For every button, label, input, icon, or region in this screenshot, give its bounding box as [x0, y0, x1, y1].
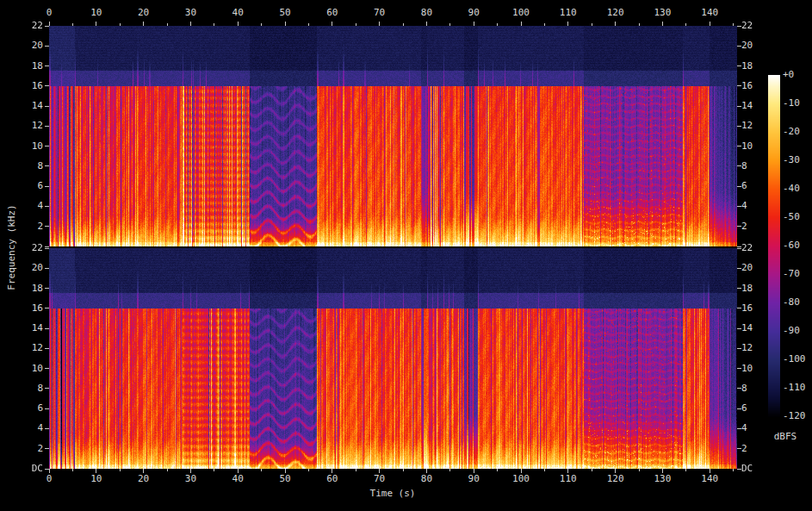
freq-tick-label: 20: [0, 263, 43, 273]
freq-tick-label: 2: [0, 221, 43, 232]
time-minor-tick: [356, 469, 356, 471]
freq-tick-label: 12: [0, 121, 43, 131]
freq-tick-label: 22: [0, 243, 43, 253]
freq-tick: [45, 186, 49, 187]
freq-tick-label: 12: [741, 343, 753, 353]
spectrogram-channel-2: [49, 248, 737, 469]
time-tick-label: 60: [326, 474, 338, 484]
time-tick-label: 0: [46, 8, 53, 18]
freq-tick-label: 4: [741, 423, 747, 433]
time-minor-tick: [356, 23, 356, 26]
time-minor-tick: [685, 23, 686, 26]
freq-tick-label: 18: [741, 284, 753, 294]
time-minor-tick: [639, 469, 640, 471]
time-minor-tick: [497, 23, 498, 26]
time-major-tick: [143, 22, 144, 26]
time-minor-tick: [261, 23, 262, 26]
freq-tick-label: 6: [0, 181, 43, 191]
time-minor-tick: [497, 469, 498, 471]
time-minor-tick: [449, 23, 450, 26]
time-major-tick: [332, 22, 332, 26]
time-tick-label: 70: [374, 474, 385, 484]
time-major-tick: [521, 22, 522, 26]
time-tick-label: 60: [326, 8, 338, 18]
freq-tick-label: 14: [741, 323, 753, 333]
freq-tick-label: 12: [0, 343, 43, 353]
db-tick-label: -80: [783, 297, 800, 308]
time-minor-tick: [685, 469, 686, 471]
time-major-tick: [615, 22, 616, 26]
time-tick-label: 80: [421, 474, 432, 484]
freq-tick-label: 20: [741, 41, 753, 51]
freq-tick-label: 8: [0, 383, 43, 394]
freq-tick: [45, 226, 49, 227]
freq-tick-label: 20: [0, 41, 43, 51]
time-minor-tick: [733, 469, 734, 471]
time-minor-tick: [544, 469, 545, 471]
db-tick-label: -70: [783, 269, 800, 279]
time-tick-label: 70: [374, 8, 385, 18]
freq-tick-label: 16: [0, 81, 43, 91]
time-major-tick: [426, 22, 427, 26]
freq-tick: [45, 165, 49, 166]
db-tick-label: -90: [783, 326, 800, 336]
freq-tick: [45, 388, 49, 389]
time-major-tick: [710, 22, 710, 26]
db-tick-label: -120: [783, 411, 806, 421]
freq-tick-label: 8: [741, 383, 747, 394]
time-major-tick: [474, 22, 474, 26]
freq-tick-label: 10: [0, 141, 43, 152]
freq-dc-label: DC: [741, 464, 753, 474]
time-axis-title: Time (s): [370, 489, 416, 499]
freq-tick-label: 10: [741, 141, 753, 152]
db-tick-label: -30: [783, 155, 800, 165]
freq-tick-label: 4: [0, 201, 43, 211]
time-tick-label: 100: [512, 474, 530, 484]
freq-tick-label: 14: [741, 101, 753, 111]
freq-tick-label: 12: [741, 121, 753, 131]
freq-tick: [45, 428, 49, 429]
time-tick-label: 90: [468, 8, 480, 18]
time-minor-tick: [308, 23, 309, 26]
time-tick-label: 110: [560, 474, 577, 484]
freq-tick: [45, 248, 49, 249]
time-tick-label: 0: [46, 474, 53, 484]
time-tick-label: 20: [138, 474, 149, 484]
time-tick-label: 40: [232, 474, 244, 484]
freq-tick: [45, 408, 49, 409]
time-minor-tick: [261, 469, 262, 471]
time-tick-label: 120: [607, 474, 624, 484]
time-major-tick: [96, 22, 96, 26]
time-tick-label: 50: [279, 474, 290, 484]
time-major-tick: [238, 22, 239, 26]
time-tick-label: 110: [560, 8, 577, 18]
spectrogram-channel-1: [49, 26, 737, 246]
time-minor-tick: [167, 469, 168, 471]
time-minor-tick: [308, 469, 309, 471]
freq-tick-label: 2: [741, 221, 747, 232]
freq-tick-label: 6: [741, 181, 747, 191]
time-tick-label: 80: [421, 8, 432, 18]
freq-tick: [45, 46, 49, 47]
time-tick-label: 30: [185, 8, 196, 18]
freq-tick-label: 14: [0, 101, 43, 111]
freq-tick: [45, 288, 49, 289]
db-tick-label: +0: [783, 70, 794, 80]
db-tick-label: -20: [783, 127, 800, 137]
freq-tick-label: 4: [0, 423, 43, 433]
freq-dc-label: DC: [0, 464, 43, 474]
time-major-tick: [190, 22, 191, 26]
freq-tick-label: 8: [741, 161, 747, 171]
freq-tick: [45, 126, 49, 127]
time-tick-label: 140: [701, 474, 718, 484]
time-minor-tick: [214, 23, 214, 26]
freq-tick: [45, 268, 49, 269]
time-minor-tick: [592, 23, 592, 26]
time-tick-label: 10: [90, 8, 102, 18]
time-minor-tick: [167, 23, 168, 26]
time-tick-label: 50: [279, 8, 290, 18]
db-tick-label: -110: [783, 383, 806, 393]
time-minor-tick: [449, 469, 450, 471]
freq-tick-label: 18: [0, 61, 43, 72]
time-minor-tick: [544, 23, 545, 26]
